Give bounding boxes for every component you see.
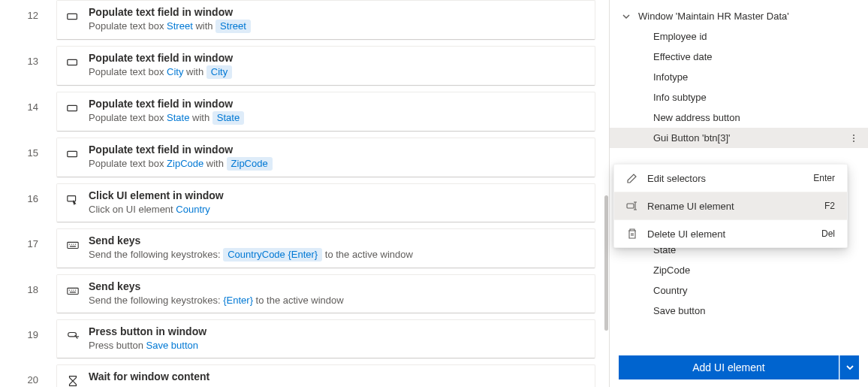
step-subtitle: Populate text box ZipCode with ZipCode xyxy=(89,157,586,171)
tree-group-header[interactable]: Window 'Maintain HR Master Data' xyxy=(610,6,868,26)
step-card[interactable]: Populate text field in windowPopulate te… xyxy=(56,46,595,86)
svg-point-32 xyxy=(853,134,854,135)
tree-item[interactable]: Info subtype xyxy=(610,87,868,107)
step-subtitle: Send the following keystrokes: CountryCo… xyxy=(89,248,586,262)
step-card[interactable]: Populate text field in windowPopulate te… xyxy=(56,92,595,132)
more-icon[interactable] xyxy=(848,133,859,144)
step-subtitle: Populate text box City with City xyxy=(89,65,586,79)
text: Populate text box xyxy=(89,66,167,77)
step-card[interactable]: Wait for window contentWait for UI eleme… xyxy=(56,364,595,387)
text: Click on UI element xyxy=(89,204,176,215)
variable-chip[interactable]: Street xyxy=(215,20,251,33)
ui-element-link[interactable]: State xyxy=(167,112,189,123)
menu-item-label: Edit selectors xyxy=(647,173,804,184)
svg-rect-3 xyxy=(68,151,77,156)
rename-icon xyxy=(626,200,638,212)
step-row: 15Populate text field in windowPopulate … xyxy=(15,138,595,177)
press-icon xyxy=(66,329,80,343)
svg-rect-4 xyxy=(68,196,76,201)
tree-item[interactable]: New address button xyxy=(610,107,868,128)
tree-item[interactable]: Gui Button 'btn[3]' xyxy=(610,128,868,148)
step-subtitle: Send the following keystrokes: {Enter} t… xyxy=(89,294,586,307)
step-card[interactable]: Press button in windowPress button Save … xyxy=(56,319,595,358)
step-body: Wait for window contentWait for UI eleme… xyxy=(89,370,586,387)
step-subtitle: Populate text box State with State xyxy=(89,111,586,125)
step-card[interactable]: Send keysSend the following keystrokes: … xyxy=(56,228,595,268)
svg-rect-5 xyxy=(68,242,78,248)
step-title: Press button in window xyxy=(89,325,586,338)
tree-item-label: Gui Button 'btn[3]' xyxy=(653,132,731,144)
wait-icon xyxy=(66,374,80,387)
step-title: Populate text field in window xyxy=(89,143,586,156)
step-number: 14 xyxy=(15,92,56,113)
tree-item-label: Country xyxy=(653,285,688,296)
step-row: 16Click UI element in windowClick on UI … xyxy=(15,183,595,222)
tree-item-label: Save button xyxy=(653,305,705,316)
flow-panel: 12Populate text field in windowPopulate … xyxy=(0,0,609,387)
tree-item[interactable]: Employee id xyxy=(610,26,868,47)
step-title: Populate text field in window xyxy=(89,5,586,19)
step-number: 13 xyxy=(15,46,56,67)
variable-chip[interactable]: CountryCode {Enter} xyxy=(223,248,322,262)
ui-element-link[interactable]: {Enter} xyxy=(223,295,253,306)
text: to the active window xyxy=(253,295,344,306)
menu-item-label: Rename UI element xyxy=(647,201,815,212)
context-menu-item[interactable]: Edit selectorsEnter xyxy=(614,165,847,192)
tree-item-label: Infotype xyxy=(653,71,688,83)
tree-item[interactable]: Infotype xyxy=(610,67,868,87)
tree-item[interactable]: Save button xyxy=(610,301,868,321)
context-menu-item[interactable]: Delete UI elementDel xyxy=(614,219,847,247)
svg-rect-2 xyxy=(68,105,77,110)
variable-chip[interactable]: ZipCode xyxy=(227,157,273,171)
svg-rect-0 xyxy=(68,14,77,19)
step-card[interactable]: Populate text field in windowPopulate te… xyxy=(56,0,595,40)
step-number: 16 xyxy=(15,183,56,204)
text: Send the following keystrokes: xyxy=(89,295,223,306)
svg-rect-11 xyxy=(68,288,78,294)
step-card[interactable]: Click UI element in windowClick on UI el… xyxy=(56,183,595,222)
step-number: 19 xyxy=(15,319,56,340)
ui-element-link[interactable]: ZipCode xyxy=(167,158,203,169)
ui-element-link[interactable]: Street xyxy=(167,20,193,32)
tree-item[interactable]: ZipCode xyxy=(610,260,868,280)
variable-chip[interactable]: State xyxy=(212,111,244,125)
step-card[interactable]: Populate text field in windowPopulate te… xyxy=(56,138,595,177)
tree-item-label: Effective date xyxy=(653,51,713,62)
step-body: Populate text field in windowPopulate te… xyxy=(89,143,586,171)
context-menu-item[interactable]: Rename UI elementF2 xyxy=(614,192,847,219)
ui-element-link[interactable]: Country xyxy=(176,204,210,215)
step-number: 15 xyxy=(15,138,56,159)
tree-item-label: Employee id xyxy=(653,31,707,42)
step-title: Populate text field in window xyxy=(89,51,586,65)
text: with xyxy=(189,112,212,123)
add-ui-element-split[interactable] xyxy=(839,355,859,379)
text: Press button xyxy=(89,340,146,351)
step-subtitle: Click on UI element Country xyxy=(89,203,586,216)
keys-icon xyxy=(66,238,80,252)
menu-item-hotkey: Enter xyxy=(813,173,835,183)
step-row: 20Wait for window contentWait for UI ele… xyxy=(15,364,595,387)
step-body: Send keysSend the following keystrokes: … xyxy=(89,280,586,307)
add-ui-element-button[interactable]: Add UI element xyxy=(619,355,839,379)
steps-list: 12Populate text field in windowPopulate … xyxy=(15,0,609,387)
keys-icon xyxy=(66,284,80,298)
step-body: Click UI element in windowClick on UI el… xyxy=(89,189,586,216)
text: Populate text box xyxy=(89,112,167,123)
step-row: 18Send keysSend the following keystrokes… xyxy=(15,274,595,313)
tree-item[interactable]: Country xyxy=(610,280,868,301)
step-body: Populate text field in windowPopulate te… xyxy=(89,97,586,125)
variable-chip[interactable]: City xyxy=(206,65,232,79)
textbox-icon xyxy=(66,10,80,23)
ui-element-link[interactable]: Save button xyxy=(146,340,198,351)
step-card[interactable]: Send keysSend the following keystrokes: … xyxy=(56,274,595,313)
svg-point-33 xyxy=(853,137,854,138)
step-subtitle: Wait for UI element Employee id to appea… xyxy=(89,384,586,387)
textbox-icon xyxy=(66,101,80,115)
step-row: 19Press button in windowPress button Sav… xyxy=(15,319,595,358)
scrollbar-thumb[interactable] xyxy=(604,195,608,331)
step-body: Press button in windowPress button Save … xyxy=(89,325,586,352)
step-row: 12Populate text field in windowPopulate … xyxy=(15,0,595,40)
tree-item[interactable]: Effective date xyxy=(610,47,868,67)
chevron-down-icon xyxy=(845,363,854,372)
ui-element-link[interactable]: City xyxy=(167,66,183,77)
